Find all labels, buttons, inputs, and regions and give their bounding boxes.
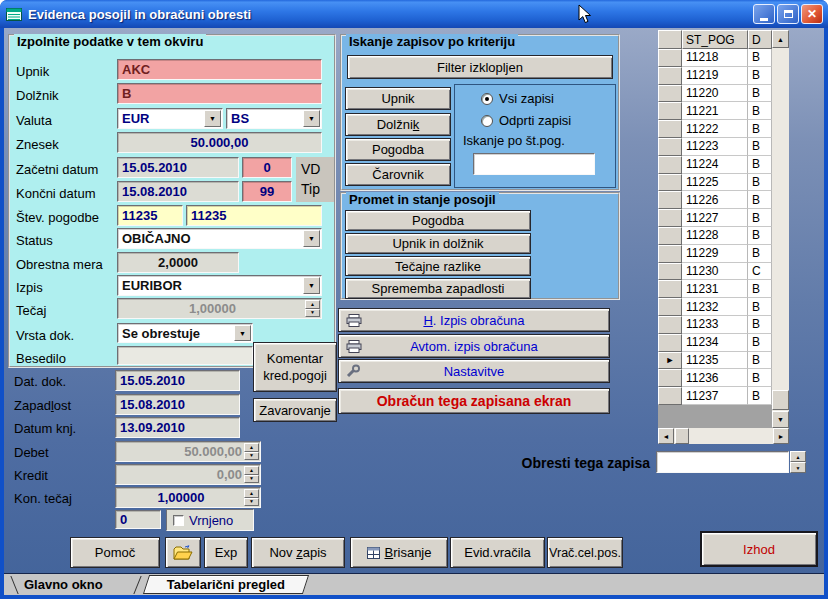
cell-st-pog[interactable]: 11221 xyxy=(682,102,748,120)
chevron-down-icon[interactable]: ▼ xyxy=(234,325,251,341)
cell-st-pog[interactable]: 11227 xyxy=(682,209,748,227)
cell-d[interactable]: B xyxy=(748,209,772,227)
radio-odprti-zapisi[interactable] xyxy=(481,115,493,127)
exp-button[interactable]: Exp xyxy=(204,537,248,568)
valuta-combo-1[interactable]: EUR ▼ xyxy=(117,108,223,129)
cell-d[interactable]: B xyxy=(748,85,772,103)
cell-st-pog[interactable]: 11233 xyxy=(682,316,748,334)
cell-st-pog[interactable]: 11231 xyxy=(682,280,748,298)
grid-row[interactable]: 11236B xyxy=(658,369,789,387)
cell-d[interactable]: C xyxy=(748,263,772,281)
cell-d[interactable]: B xyxy=(748,138,772,156)
grid-row[interactable]: 11220B xyxy=(658,85,789,103)
tip-field[interactable]: 99 xyxy=(242,181,292,202)
zacetni-datum-field[interactable]: 15.05.2010 xyxy=(117,157,239,178)
title-bar[interactable]: Evidenca posojil in obračuni obresti ✕ xyxy=(0,0,828,28)
debet-spinedit[interactable]: 50.000,00 ▲▼ xyxy=(115,441,261,462)
grid-row[interactable]: 11226B xyxy=(658,191,789,209)
close-button[interactable]: ✕ xyxy=(801,4,823,24)
cell-d[interactable]: B xyxy=(748,102,772,120)
grid-row[interactable]: 11229B xyxy=(658,245,789,263)
koncni-datum-field[interactable]: 15.08.2010 xyxy=(117,181,239,202)
spin-down-icon[interactable]: ▼ xyxy=(305,309,320,318)
cell-d[interactable]: B xyxy=(748,156,772,174)
upnik-field[interactable]: AKC xyxy=(117,59,322,80)
spin-up-icon[interactable]: ▲ xyxy=(790,451,806,462)
cell-st-pog[interactable]: 11237 xyxy=(682,387,748,405)
cell-st-pog[interactable]: 11229 xyxy=(682,245,748,263)
nov-zapis-button[interactable]: Nov zapis xyxy=(251,537,345,568)
znesek-field[interactable]: 50.000,00 xyxy=(117,132,322,153)
maximize-button[interactable] xyxy=(777,4,799,24)
cell-d[interactable]: B xyxy=(748,280,772,298)
cell-d[interactable]: B xyxy=(748,245,772,263)
zapadlost-field[interactable]: 15.08.2010 xyxy=(115,394,240,415)
scroll-down-icon[interactable]: ▼ xyxy=(772,411,789,428)
izhod-button[interactable]: Izhod xyxy=(700,531,818,567)
cell-st-pog[interactable]: 11220 xyxy=(682,85,748,103)
grid-row[interactable]: 11232B xyxy=(658,298,789,316)
cell-st-pog[interactable]: 11232 xyxy=(682,298,748,316)
pomoc-button[interactable]: Pomoč xyxy=(70,537,160,568)
cell-st-pog[interactable]: 11218 xyxy=(682,49,748,67)
cell-d[interactable]: B xyxy=(748,227,772,245)
grid-vscrollbar[interactable] xyxy=(772,30,789,428)
spin-up-icon[interactable]: ▲ xyxy=(244,443,259,452)
cell-st-pog[interactable]: 11219 xyxy=(682,67,748,85)
grid-row[interactable]: 11233B xyxy=(658,316,789,334)
tecajne-razlike-button[interactable]: Tečajne razlike xyxy=(345,256,531,276)
cell-d[interactable]: B xyxy=(748,174,772,192)
obresti-field[interactable] xyxy=(656,451,789,473)
cell-d[interactable]: B xyxy=(748,298,772,316)
cell-d[interactable]: B xyxy=(748,120,772,138)
evid-vracila-button[interactable]: Evid.vračila xyxy=(450,537,545,568)
cell-st-pog[interactable]: 11222 xyxy=(682,120,748,138)
vscroll-thumb[interactable] xyxy=(772,390,789,410)
search-input[interactable] xyxy=(473,153,595,175)
obrestna-mera-field[interactable]: 2,0000 xyxy=(117,252,239,273)
grid-row[interactable]: 11231B xyxy=(658,280,789,298)
search-upnik-button[interactable]: Upnik xyxy=(345,87,451,110)
zavarovanje-button[interactable]: Zavarovanje xyxy=(253,398,337,422)
stev-pogodbe-field-1[interactable]: 11235 xyxy=(117,205,183,226)
stev-pogodbe-field-2[interactable]: 11235 xyxy=(186,205,322,226)
h-izpis-obracuna-button[interactable]: H. Izpis obračuna xyxy=(338,308,610,332)
promet-pogodba-button[interactable]: Pogodba xyxy=(345,210,531,231)
cell-d[interactable]: B xyxy=(748,316,772,334)
brisanje-button[interactable]: Brisanje xyxy=(350,537,448,568)
avtom-izpis-obracuna-button[interactable]: Avtom. izpis obračuna xyxy=(338,334,610,358)
open-folder-button[interactable] xyxy=(165,537,201,568)
besedilo-field[interactable] xyxy=(117,346,253,365)
minimize-button[interactable] xyxy=(753,4,775,24)
chevron-down-icon[interactable]: ▼ xyxy=(303,277,320,294)
grid-row[interactable]: 11227B xyxy=(658,209,789,227)
cell-d[interactable]: B xyxy=(748,67,772,85)
vrsta-dok-combo[interactable]: Se obrestuje ▼ xyxy=(117,323,253,343)
search-dolznik-button[interactable]: Dolžnik xyxy=(345,113,451,136)
upnik-in-dolznik-button[interactable]: Upnik in dolžnik xyxy=(345,233,531,254)
cell-d[interactable]: B xyxy=(748,352,772,370)
cell-st-pog[interactable]: 11234 xyxy=(682,334,748,352)
komentar-kred-pogoji-button[interactable]: Komentar kred.pogoji xyxy=(253,342,337,392)
tecaj-spinedit[interactable]: 1,00000 ▲▼ xyxy=(117,298,322,319)
spin-up-icon[interactable]: ▲ xyxy=(305,300,320,309)
valuta-combo-2[interactable]: BS ▼ xyxy=(226,108,322,129)
tab-tabelaricni-pregled[interactable]: Tabelarični pregled xyxy=(143,575,309,594)
kon-tecaj-spinedit[interactable]: 1,00000 ▲▼ xyxy=(115,487,261,508)
dolznik-field[interactable]: B xyxy=(117,83,322,104)
grid-header-d[interactable]: D xyxy=(748,30,772,49)
cell-st-pog[interactable]: 11228 xyxy=(682,227,748,245)
grid-row[interactable]: 11223B xyxy=(658,138,789,156)
spin-down-icon[interactable]: ▼ xyxy=(244,452,259,461)
spin-down-icon[interactable]: ▼ xyxy=(244,498,259,507)
vd-field[interactable]: 0 xyxy=(242,157,292,178)
grid-row[interactable]: 11234B xyxy=(658,334,789,352)
carovnik-button[interactable]: Čarovnik xyxy=(345,163,451,186)
spin-down-icon[interactable]: ▼ xyxy=(790,462,806,473)
sprememba-zapadlosti-button[interactable]: Sprememba zapadlosti xyxy=(345,278,531,299)
grid-row[interactable]: 11218B xyxy=(658,49,789,67)
chevron-down-icon[interactable]: ▼ xyxy=(204,110,221,127)
grid-row[interactable]: ►11235B xyxy=(658,352,789,370)
spin-up-icon[interactable]: ▲ xyxy=(244,489,259,498)
cell-d[interactable]: B xyxy=(748,49,772,67)
